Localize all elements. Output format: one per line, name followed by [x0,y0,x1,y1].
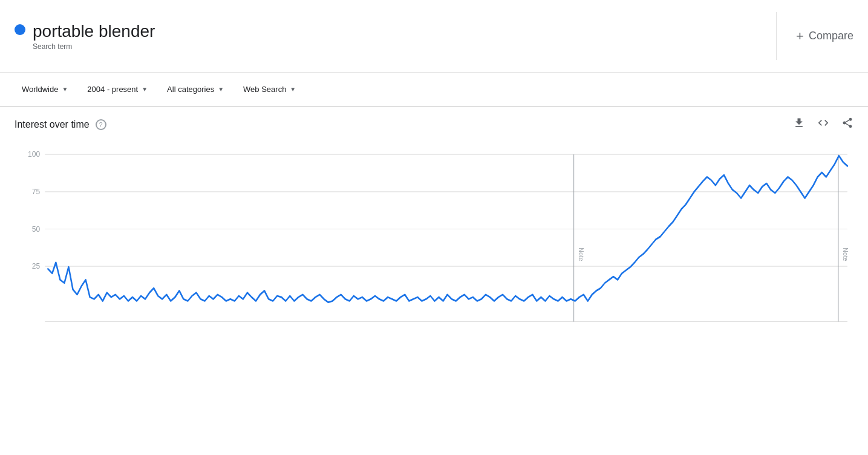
chart-section: Interest over time ? 10 [0,107,868,352]
page-header: portable blender Search term + Compare [0,0,868,73]
search-term-info: portable blender Search term [33,22,155,51]
svg-text:75: 75 [32,188,41,196]
time-range-label: 2004 - present [87,85,138,94]
svg-text:50: 50 [32,224,41,233]
compare-section[interactable]: + Compare [796,28,853,44]
category-filter[interactable]: All categories ▼ [160,80,231,99]
search-term-dot [15,24,25,35]
location-filter[interactable]: Worldwide ▼ [15,80,75,99]
download-button[interactable] [793,117,805,132]
header-divider [776,12,777,60]
category-label: All categories [167,85,214,94]
trend-chart: 100 75 50 25 Note Note [15,142,853,347]
search-term-section: portable blender Search term [15,22,757,51]
x-label-2009: Jul 1, 2009 [296,352,329,352]
search-type-chevron-icon: ▼ [290,86,296,93]
chart-container: 100 75 50 25 Note Note Jan 1, 2004 Jul 1… [15,142,853,347]
time-range-filter[interactable]: 2004 - present ▼ [80,80,155,99]
search-type-label: Web Search [243,85,286,94]
search-type-filter[interactable]: Web Search ▼ [236,80,303,99]
svg-text:Note: Note [842,247,849,261]
time-range-chevron-icon: ▼ [142,86,148,93]
chart-title: Interest over time [15,119,90,130]
x-label-2015: Jan 1, 2015 [546,352,581,352]
filters-bar: Worldwide ▼ 2004 - present ▼ All categor… [0,73,868,107]
location-chevron-icon: ▼ [62,86,68,93]
x-label-2020: Jul 1, 2020 [797,352,829,352]
share-button[interactable] [841,117,853,132]
help-icon[interactable]: ? [96,119,106,130]
chart-title-group: Interest over time ? [15,119,106,130]
svg-text:100: 100 [28,150,40,159]
x-axis-labels: Jan 1, 2004 Jul 1, 2009 Jan 1, 2015 Jul … [15,352,853,352]
svg-text:Note: Note [578,247,584,261]
search-term-subtitle: Search term [33,42,155,51]
embed-button[interactable] [817,117,829,132]
plus-icon: + [796,28,804,44]
chart-actions [793,117,853,132]
category-chevron-icon: ▼ [218,86,224,93]
chart-header: Interest over time ? [15,117,853,132]
location-label: Worldwide [22,85,58,94]
x-label-2004: Jan 1, 2004 [45,352,80,352]
search-term-title: portable blender [33,22,155,41]
compare-label: Compare [809,30,853,42]
svg-text:25: 25 [32,262,41,270]
